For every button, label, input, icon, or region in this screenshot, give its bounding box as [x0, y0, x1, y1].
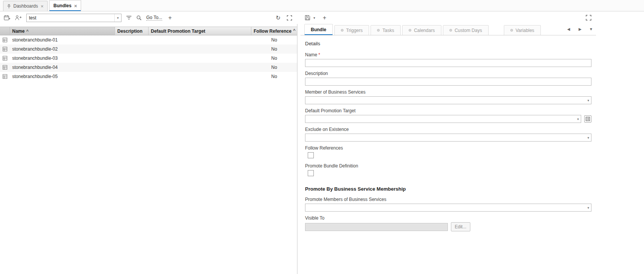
promote-members-field-group: Promote Members of Business Services ▾ — [305, 197, 591, 212]
status-dot-icon — [449, 29, 452, 32]
cell-follow-reference: No — [251, 37, 297, 43]
follow-references-field-group: Follow References — [305, 145, 591, 158]
name-input[interactable] — [305, 59, 591, 67]
chevron-down-icon: ▾ — [587, 99, 589, 102]
column-header-name[interactable]: Name ^ — [10, 27, 115, 35]
required-marker: * — [318, 52, 320, 57]
add-icon[interactable]: + — [321, 14, 328, 21]
details-section-title: Details — [305, 41, 591, 46]
exclude-on-existence-select[interactable]: ▾ — [305, 134, 591, 142]
exclude-on-existence-field-group: Exclude on Existence ▾ — [305, 127, 591, 142]
column-header-default-promotion-target[interactable]: Default Promotion Target — [149, 27, 251, 35]
visible-to-label: Visible To — [305, 215, 591, 221]
promote-members-select[interactable]: ▾ — [305, 204, 591, 212]
tab-scroll-left-icon[interactable]: ◀ — [567, 27, 570, 31]
promote-bundle-definition-field-group: Promote Bundle Definition — [305, 163, 591, 176]
follow-references-checkbox[interactable] — [308, 152, 314, 158]
chevron-down-icon[interactable]: ▾ — [313, 16, 315, 20]
sort-ascending-icon: ^ — [26, 29, 29, 33]
cell-name: stonebranchbundle-01 — [10, 37, 115, 43]
chevron-down-icon: ▾ — [587, 136, 589, 140]
description-field-group: Description — [305, 71, 591, 86]
tab-dashboards[interactable]: Dashboards × — [3, 1, 48, 11]
exclude-on-existence-label: Exclude on Existence — [305, 127, 591, 132]
status-dot-icon — [341, 29, 344, 32]
table-row[interactable]: stonebranchbundle-01 No — [0, 35, 297, 45]
cell-follow-reference: No — [251, 46, 297, 52]
tab-bundle[interactable]: Bundle — [304, 24, 333, 35]
tab-list-dropdown-icon[interactable]: ▼ — [589, 27, 593, 31]
header-corner-sort-icon[interactable]: ^ — [293, 28, 296, 33]
tab-bundles[interactable]: Bundles × — [49, 0, 81, 11]
status-dot-icon — [409, 29, 411, 32]
member-business-services-select[interactable]: ▾ — [305, 96, 591, 104]
detail-maximize-group — [586, 11, 591, 24]
save-icon[interactable] — [305, 15, 310, 21]
table-row[interactable]: stonebranchbundle-02 No — [0, 45, 297, 54]
bundles-list-pane: Name ^ Description Default Promotion Tar… — [0, 24, 297, 274]
table-row[interactable]: stonebranchbundle-04 No — [0, 63, 297, 72]
list-body: stonebranchbundle-01 No stonebranchbundl… — [0, 35, 297, 81]
new-bundle-icon[interactable] — [4, 15, 10, 21]
application-window: Dashboards × Bundles × test ▾ — [0, 0, 644, 274]
cell-name: stonebranchbundle-03 — [10, 56, 115, 61]
saved-filter-select[interactable]: test ▾ — [26, 14, 121, 22]
saved-filter-value: test — [27, 15, 36, 21]
follow-references-label: Follow References — [305, 145, 591, 151]
chevron-down-icon: ▾ — [577, 117, 579, 121]
close-icon[interactable]: × — [74, 3, 77, 8]
cell-follow-reference: No — [251, 65, 297, 70]
refresh-icon[interactable]: ↻ — [276, 14, 281, 21]
tab-calendars[interactable]: Calendars — [402, 25, 441, 35]
bundle-record-icon — [0, 65, 10, 70]
pin-icon[interactable] — [7, 4, 11, 8]
default-promotion-target-label: Default Promotion Target — [305, 108, 591, 113]
tab-variables[interactable]: Variables — [504, 25, 541, 35]
tab-dashboards-label: Dashboards — [13, 3, 38, 9]
column-header-description[interactable]: Description — [115, 27, 149, 35]
column-header-follow-reference[interactable]: Follow Reference — [251, 27, 297, 35]
go-to-link[interactable]: Go To... — [146, 15, 162, 21]
detail-form: Details Name* Description Member of Busi… — [300, 35, 596, 231]
chevron-down-icon: ▾ — [587, 206, 589, 210]
tab-bundles-label: Bundles — [53, 3, 71, 8]
close-icon[interactable]: × — [41, 4, 44, 9]
name-field-group: Name* — [305, 52, 591, 67]
toolbar: test ▾ Go To... + ↻ ▾ + — [0, 11, 644, 24]
promote-bundle-definition-checkbox[interactable] — [308, 170, 314, 176]
chevron-down-icon[interactable]: ▾ — [114, 14, 121, 22]
fullscreen-icon[interactable] — [586, 15, 591, 21]
cell-name: stonebranchbundle-02 — [10, 46, 115, 52]
default-promotion-target-select[interactable]: ▾ — [305, 115, 581, 123]
bundle-record-icon — [0, 47, 10, 51]
cell-name: stonebranchbundle-04 — [10, 65, 115, 70]
tab-triggers[interactable]: Triggers — [334, 25, 369, 35]
member-business-services-label: Member of Business Services — [305, 89, 591, 95]
cell-follow-reference: No — [251, 56, 297, 61]
table-row[interactable]: stonebranchbundle-05 No — [0, 72, 297, 81]
add-filter-icon[interactable]: + — [167, 14, 173, 21]
filter-icon[interactable] — [126, 15, 132, 20]
visible-to-value — [305, 223, 448, 231]
name-label: Name* — [305, 52, 591, 57]
visible-to-field-group: Visible To Edit... — [305, 215, 591, 231]
list-refresh-group: ↻ — [276, 11, 292, 24]
bundle-record-icon — [0, 38, 10, 42]
bundle-detail-pane: Bundle Triggers Tasks Calendars Custom D… — [300, 24, 596, 274]
description-input[interactable] — [305, 78, 591, 86]
promotion-target-picker-icon[interactable] — [584, 115, 591, 123]
bundle-record-icon — [0, 56, 10, 61]
visible-to-edit-button[interactable]: Edit... — [451, 222, 470, 231]
table-row[interactable]: stonebranchbundle-03 No — [0, 54, 297, 63]
tab-scroll-right-icon[interactable]: ▶ — [578, 27, 582, 31]
detail-toolbar: ▾ + — [305, 11, 328, 24]
tab-tasks[interactable]: Tasks — [371, 25, 401, 35]
default-promotion-target-field-group: Default Promotion Target ▾ — [305, 108, 591, 123]
tab-custom-days[interactable]: Custom Days — [443, 25, 489, 35]
add-user-icon[interactable] — [15, 15, 22, 21]
window-tab-bar: Dashboards × Bundles × — [0, 0, 644, 11]
detail-tab-bar: Bundle Triggers Tasks Calendars Custom D… — [300, 24, 596, 35]
expand-icon[interactable] — [287, 15, 292, 21]
description-label: Description — [305, 71, 591, 76]
column-header-icon[interactable] — [0, 27, 10, 35]
